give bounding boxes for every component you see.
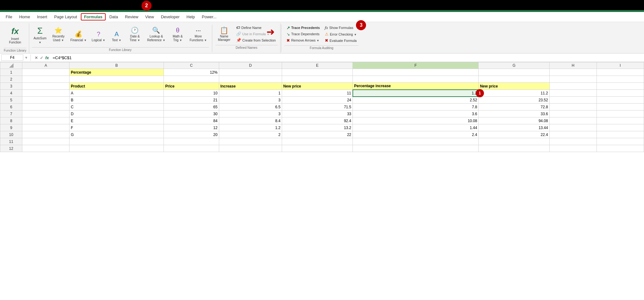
col-header-e[interactable]: E [282, 62, 353, 69]
trace-precedents-button[interactable]: ↗ Trace Precedents [285, 25, 322, 31]
evaluate-formula-button[interactable]: ✖ Evaluate Formula [323, 37, 358, 43]
cell-a11[interactable] [22, 138, 69, 145]
cell-i2[interactable] [597, 76, 644, 83]
cell-b4[interactable]: A [69, 90, 164, 97]
cell-f2[interactable] [353, 76, 479, 83]
menu-review[interactable]: Review [122, 13, 142, 20]
cell-e11[interactable] [282, 138, 353, 145]
confirm-icon[interactable]: ✓ [40, 55, 43, 60]
cell-c4[interactable]: 10 [164, 90, 219, 97]
trace-dependents-button[interactable]: ↘ Trace Dependents [285, 31, 322, 37]
cell-a3[interactable] [22, 83, 69, 90]
cell-b12[interactable] [69, 145, 164, 152]
cell-h12[interactable] [549, 145, 597, 152]
fx-formula-icon[interactable]: fx [45, 55, 49, 60]
cell-h7[interactable] [549, 110, 597, 117]
date-time-button[interactable]: 🕐 Date &Time ▼ [126, 25, 144, 43]
cell-e2[interactable] [282, 76, 353, 83]
cell-f9[interactable]: 1.44 [353, 124, 479, 131]
cell-g11[interactable] [479, 138, 549, 145]
remove-arrows-button[interactable]: ✖ Remove Arrows ▼ [285, 37, 322, 43]
cell-g4[interactable]: 11.2 [479, 90, 549, 97]
menu-data[interactable]: Data [106, 13, 121, 20]
cell-g9[interactable]: 13.44 [479, 124, 549, 131]
cell-c11[interactable] [164, 138, 219, 145]
cell-b8[interactable]: E [69, 117, 164, 124]
cell-a12[interactable] [22, 145, 69, 152]
cell-f12[interactable] [353, 145, 479, 152]
cell-f8[interactable]: 10.08 [353, 117, 479, 124]
row-header-2[interactable]: 2 [0, 76, 22, 83]
cell-i1[interactable] [597, 69, 644, 76]
more-functions-button[interactable]: ··· MoreFunctions ▼ [188, 25, 209, 43]
cell-f4[interactable]: 1.2 1 [353, 90, 479, 97]
row-header-6[interactable]: 6 [0, 104, 22, 110]
cell-a5[interactable] [22, 97, 69, 104]
cell-c6[interactable]: 65 [164, 104, 219, 110]
cell-f1[interactable] [353, 69, 479, 76]
cell-i3[interactable] [597, 83, 644, 90]
insert-function-button[interactable]: fx InsertFunction [6, 25, 24, 46]
cell-i10[interactable] [597, 131, 644, 138]
cell-a4[interactable] [22, 90, 69, 97]
cell-f5[interactable]: 2.52 [353, 97, 479, 104]
cell-b5[interactable]: B [69, 97, 164, 104]
cell-i11[interactable] [597, 138, 644, 145]
cell-h1[interactable] [549, 69, 597, 76]
col-header-c[interactable]: C [164, 62, 219, 69]
cell-e3[interactable]: New price [282, 83, 353, 90]
math-trig-button[interactable]: θ Math &Trig ▼ [169, 25, 186, 43]
cell-reference-box[interactable] [1, 54, 23, 61]
cell-a2[interactable] [22, 76, 69, 83]
row-header-4[interactable]: 4 [0, 90, 22, 97]
menu-help[interactable]: Help [183, 13, 198, 20]
error-checking-button[interactable]: ⚠ Error Checking ▼ [323, 31, 358, 37]
cell-f7[interactable]: 3.6 [353, 110, 479, 117]
cell-e7[interactable]: 33 [282, 110, 353, 117]
row-header-10[interactable]: 10 [0, 131, 22, 138]
cell-f6[interactable]: 7.8 [353, 104, 479, 110]
cell-d9[interactable]: 1.2 [219, 124, 282, 131]
cell-e6[interactable]: 71.5 [282, 104, 353, 110]
cell-e10[interactable]: 22 [282, 131, 353, 138]
row-header-9[interactable]: 9 [0, 124, 22, 131]
text-button[interactable]: A Text ▼ [108, 25, 125, 43]
show-formulas-button[interactable]: 𝑓𝑥 Show Formulas [323, 25, 358, 31]
cell-g6[interactable]: 72.8 [479, 104, 549, 110]
col-header-i[interactable]: I [597, 62, 644, 69]
col-header-h[interactable]: H [549, 62, 597, 69]
cell-a9[interactable] [22, 124, 69, 131]
cell-e12[interactable] [282, 145, 353, 152]
cell-d4[interactable]: 1 [219, 90, 282, 97]
menu-view[interactable]: View [142, 13, 157, 20]
cell-b9[interactable]: F [69, 124, 164, 131]
autosum-button[interactable]: Σ AutoSum ▼ [32, 25, 48, 45]
cell-d3[interactable]: Increase [219, 83, 282, 90]
cell-d11[interactable] [219, 138, 282, 145]
menu-formulas[interactable]: Formulas [81, 13, 106, 20]
cell-f10[interactable]: 2.4 [353, 131, 479, 138]
cell-a8[interactable] [22, 117, 69, 124]
row-header-3[interactable]: 3 [0, 83, 22, 90]
cell-f3[interactable]: Percentage increase [353, 83, 479, 90]
menu-power[interactable]: Power... [199, 13, 220, 20]
col-header-a[interactable]: A [22, 62, 69, 69]
cell-h5[interactable] [549, 97, 597, 104]
cell-d8[interactable]: 8.4 [219, 117, 282, 124]
cell-b2[interactable] [69, 76, 164, 83]
cell-c10[interactable]: 20 [164, 131, 219, 138]
cell-d6[interactable]: 6.5 [219, 104, 282, 110]
cell-e8[interactable]: 92.4 [282, 117, 353, 124]
cell-e4[interactable]: 11 [282, 90, 353, 97]
cell-c2[interactable] [164, 76, 219, 83]
cell-g5[interactable]: 23.52 [479, 97, 549, 104]
cell-ref-dropdown[interactable]: ▼ [25, 56, 28, 59]
cell-c5[interactable]: 21 [164, 97, 219, 104]
menu-file[interactable]: File [3, 13, 15, 20]
cell-b3[interactable]: Product [69, 83, 164, 90]
cell-g3[interactable]: New price [479, 83, 549, 90]
cell-e1[interactable] [282, 69, 353, 76]
col-header-g[interactable]: G [479, 62, 549, 69]
cell-d7[interactable]: 3 [219, 110, 282, 117]
cell-c12[interactable] [164, 145, 219, 152]
